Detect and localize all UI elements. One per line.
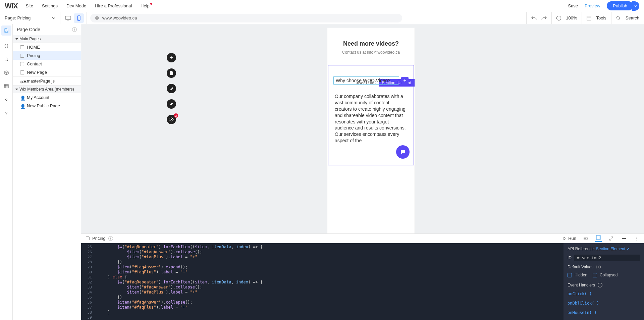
- publish-button[interactable]: Publish: [607, 1, 633, 10]
- tools-button[interactable]: Tools: [582, 12, 611, 24]
- menu-help[interactable]: Help: [141, 3, 150, 8]
- page-selector-label: Page: Pricing: [5, 15, 31, 20]
- search-icon: [616, 16, 621, 20]
- viewport-switcher: [60, 12, 87, 24]
- svg-rect-0: [65, 16, 71, 19]
- save-button[interactable]: Save: [568, 3, 578, 8]
- tools-label: Tools: [596, 15, 606, 20]
- svg-point-2: [78, 19, 79, 20]
- wix-logo: WIX: [5, 2, 18, 10]
- publish-dropdown[interactable]: [632, 1, 639, 11]
- page-selector[interactable]: Page: Pricing: [0, 12, 60, 24]
- undo-button[interactable]: [531, 16, 537, 20]
- chevron-down-icon: [52, 16, 55, 20]
- zoom-out-icon: [556, 16, 561, 20]
- toolbar: Page: Pricing www.woovideo.ca 100% Tools…: [0, 12, 644, 24]
- tools-icon: [587, 16, 591, 20]
- menu-hire[interactable]: Hire a Professional: [95, 3, 132, 8]
- search-button[interactable]: Search: [611, 12, 644, 24]
- globe-icon: [95, 16, 99, 20]
- preview-button[interactable]: Preview: [585, 3, 600, 8]
- desktop-view-button[interactable]: [63, 13, 73, 23]
- svg-rect-4: [587, 16, 591, 20]
- main-menu: Site Settings Dev Mode Hire a Profession…: [26, 3, 150, 8]
- zoom-control[interactable]: 100%: [551, 12, 582, 24]
- menu-site[interactable]: Site: [26, 3, 33, 8]
- menu-settings[interactable]: Settings: [42, 3, 58, 8]
- undo-redo-group: [526, 12, 551, 24]
- menu-dev-mode[interactable]: Dev Mode: [66, 3, 86, 8]
- search-label: Search: [626, 15, 639, 20]
- mobile-view-button[interactable]: [74, 13, 84, 23]
- url-text: www.woovideo.ca: [102, 15, 137, 20]
- redo-button[interactable]: [541, 16, 547, 20]
- url-bar[interactable]: www.woovideo.ca: [90, 14, 402, 22]
- svg-point-5: [616, 16, 620, 19]
- top-menu-bar: WIX Site Settings Dev Mode Hire a Profes…: [0, 0, 644, 12]
- zoom-value: 100%: [566, 15, 577, 20]
